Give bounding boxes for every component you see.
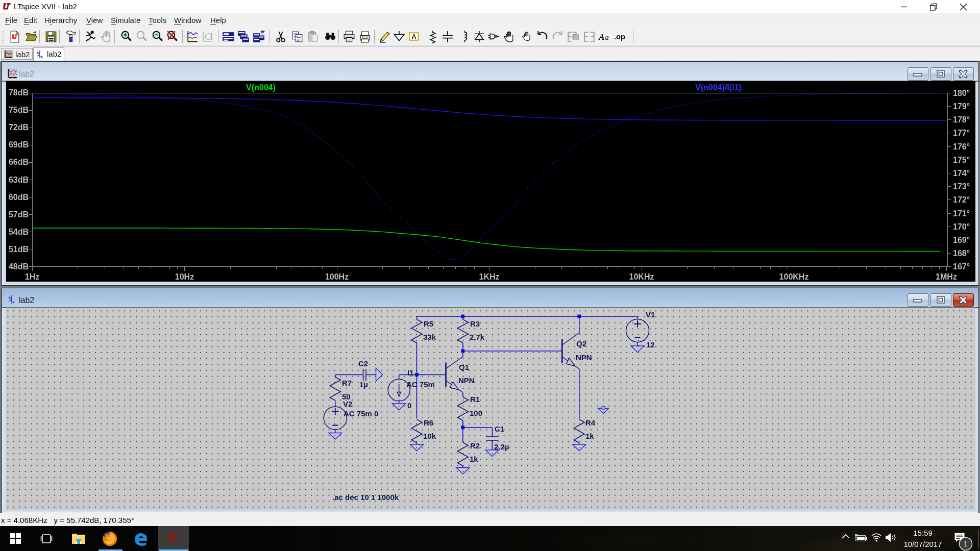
svg-text:A: A [411, 33, 416, 40]
svg-text:A: A [598, 32, 605, 42]
svg-text:.op: .op [614, 33, 625, 41]
svg-text:1: 1 [964, 540, 968, 548]
svg-text:a: a [605, 33, 609, 41]
